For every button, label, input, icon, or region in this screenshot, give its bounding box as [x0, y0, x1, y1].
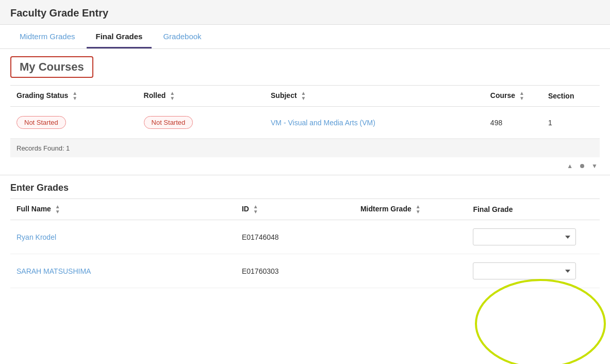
col-header-id[interactable]: ID ▲▼ [236, 199, 354, 220]
col-header-section: Section [542, 86, 600, 107]
col-header-final-grade: Final Grade [467, 199, 600, 220]
student-id-cell-2: E01760303 [236, 254, 354, 288]
pagination-next-button[interactable]: ▼ [589, 161, 600, 171]
col-header-subject[interactable]: Subject ▲▼ [265, 86, 484, 107]
student-name-cell-2: SARAH MATSUSHIMA [10, 254, 236, 288]
grading-status-cell: Not Started [10, 107, 138, 139]
grades-table: Full Name ▲▼ ID ▲▼ Midterm Grade ▲▼ Fina… [10, 198, 600, 288]
rolled-cell: Not Started [138, 107, 265, 139]
final-grade-wrapper-1 [473, 228, 593, 245]
sort-id-icon[interactable]: ▲▼ [253, 204, 258, 214]
table-row: Ryan Krodel E01746048 [10, 220, 600, 254]
student-link-ryan[interactable]: Ryan Krodel [17, 233, 56, 241]
rolled-badge[interactable]: Not Started [144, 116, 193, 129]
sort-fullname-icon[interactable]: ▲▼ [55, 204, 60, 214]
subject-text: VM - Visual and Media Arts (VM) [271, 119, 375, 127]
final-grade-cell-1 [467, 220, 600, 254]
col-header-rolled[interactable]: Rolled ▲▼ [138, 86, 265, 107]
tabs-container: Midterm Grades Final Grades Gradebook [0, 25, 610, 49]
sort-course-icon[interactable]: ▲▼ [519, 91, 524, 101]
my-courses-label[interactable]: My Courses [10, 56, 93, 78]
subject-cell: VM - Visual and Media Arts (VM) [265, 107, 484, 139]
student-link-sarah[interactable]: SARAH MATSUSHIMA [17, 267, 91, 275]
page-wrapper: Faculty Grade Entry Midterm Grades Final… [0, 0, 610, 364]
course-number: 498 [490, 119, 502, 127]
student-name-cell-1: Ryan Krodel [10, 220, 236, 254]
page-title: Faculty Grade Entry [10, 7, 600, 19]
final-grade-wrapper-2 [473, 262, 593, 279]
tab-midterm-grades[interactable]: Midterm Grades [10, 25, 85, 48]
section-number: 1 [548, 119, 552, 127]
col-header-midterm-grade[interactable]: Midterm Grade ▲▼ [354, 199, 467, 220]
student-id-ryan: E01746048 [242, 233, 279, 241]
table-row: SARAH MATSUSHIMA E01760303 [10, 254, 600, 288]
col-header-course[interactable]: Course ▲▼ [484, 86, 542, 107]
enter-grades-section: Enter Grades Full Name ▲▼ ID ▲▼ Midterm … [0, 175, 610, 288]
records-found: Records Found: 1 [10, 139, 600, 157]
tab-final-grades[interactable]: Final Grades [87, 25, 152, 48]
midterm-grade-cell-2 [354, 254, 467, 288]
sort-subject-icon[interactable]: ▲▼ [301, 91, 306, 101]
tab-gradebook[interactable]: Gradebook [154, 25, 210, 48]
sort-midterm-icon[interactable]: ▲▼ [416, 204, 421, 214]
section-cell: 1 [542, 107, 600, 139]
course-cell: 498 [484, 107, 542, 139]
table-row: Not Started Not Started VM - Visual and … [10, 107, 600, 139]
final-grade-select-sarah[interactable] [473, 262, 576, 279]
student-id-cell-1: E01746048 [236, 220, 354, 254]
grading-status-badge[interactable]: Not Started [17, 116, 66, 129]
courses-table: Grading Status ▲▼ Rolled ▲▼ Subject ▲▼ C… [10, 85, 600, 139]
col-header-full-name[interactable]: Full Name ▲▼ [10, 199, 236, 220]
final-grade-cell-2 [467, 254, 600, 288]
enter-grades-title: Enter Grades [10, 183, 600, 193]
midterm-grade-cell-1 [354, 220, 467, 254]
grades-table-header-row: Full Name ▲▼ ID ▲▼ Midterm Grade ▲▼ Fina… [10, 199, 600, 220]
courses-table-header-row: Grading Status ▲▼ Rolled ▲▼ Subject ▲▼ C… [10, 86, 600, 107]
page-header: Faculty Grade Entry [0, 0, 610, 25]
pagination-controls: ▲ ▼ [0, 157, 610, 175]
student-id-sarah: E01760303 [242, 267, 279, 275]
sort-rolled-icon[interactable]: ▲▼ [170, 91, 175, 101]
pagination-prev-button[interactable]: ▲ [565, 161, 575, 171]
final-grade-select-ryan[interactable] [473, 228, 576, 245]
my-courses-section: My Courses Grading Status ▲▼ Rolled ▲▼ S… [0, 49, 610, 157]
svg-point-0 [476, 280, 605, 364]
col-header-grading-status[interactable]: Grading Status ▲▼ [10, 86, 138, 107]
pagination-dot [580, 164, 584, 168]
sort-grading-icon[interactable]: ▲▼ [72, 91, 77, 101]
